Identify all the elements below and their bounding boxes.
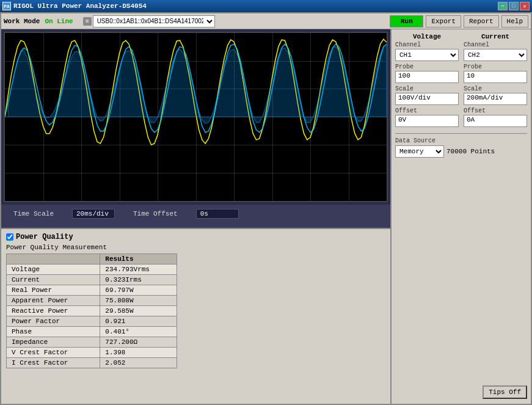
measurement-value: 234.793Vrms — [100, 264, 177, 274]
voltage-offset-value: 0V — [395, 115, 459, 127]
minimize-button[interactable]: – — [498, 2, 508, 10]
measurement-value: 727.200Ω — [100, 337, 177, 347]
measurement-value: 69.797W — [100, 285, 177, 295]
measurement-table: Results Voltage234.793VrmsCurrent0.323Ir… — [6, 254, 177, 368]
current-scale-value: 200mA/div — [464, 93, 527, 105]
current-probe-row: Probe 10 — [464, 64, 527, 83]
table-row: V Crest Factor1.398 — [7, 347, 177, 357]
channel-section: Voltage Channel CH1 CH2 CH3 CH4 Probe 10… — [395, 33, 527, 130]
points-label: 70000 Points — [446, 148, 495, 155]
window-controls: – □ ✕ — [498, 2, 530, 10]
measurement-label: I Crest Factor — [7, 357, 100, 368]
voltage-channel-select[interactable]: CH1 CH2 CH3 CH4 — [395, 49, 459, 61]
toolbar-buttons: Run Export Report Help — [390, 15, 528, 27]
online-status: On Line — [45, 18, 73, 25]
run-button[interactable]: Run — [390, 15, 423, 27]
table-row: Current0.323Irms — [7, 274, 177, 285]
current-channel-select[interactable]: CH1 CH2 CH3 CH4 — [464, 49, 527, 61]
measurement-value: 0.323Irms — [100, 274, 177, 285]
current-offset-row: Offset 0A — [464, 108, 527, 127]
voltage-probe-value: 100 — [395, 71, 459, 83]
current-channel-label: Channel — [464, 42, 527, 48]
help-button[interactable]: Help — [501, 15, 528, 27]
table-row: Power Factor0.921 — [7, 316, 177, 326]
export-button[interactable]: Export — [426, 15, 461, 27]
table-header-results: Results — [100, 254, 177, 264]
voltage-scale-label: Scale — [395, 86, 459, 92]
data-source-select[interactable]: Memory Screen — [395, 145, 444, 158]
current-title: Current — [464, 33, 527, 40]
power-quality-subtitle: Power Quality Measurement — [6, 244, 385, 251]
measurement-label: Voltage — [7, 264, 100, 274]
time-scale-value: 20ms/div — [72, 209, 115, 219]
measurement-label: Reactive Power — [7, 305, 100, 316]
voltage-group: Voltage Channel CH1 CH2 CH3 CH4 Probe 10… — [395, 33, 459, 130]
close-button[interactable]: ✕ — [520, 2, 530, 10]
measurement-label: Real Power — [7, 285, 100, 295]
table-row: Phase0.401° — [7, 326, 177, 337]
scope-panel: Time Scale 20ms/div Time Offset 0s Power… — [1, 29, 390, 404]
data-source-row: Memory Screen 70000 Points — [395, 145, 527, 158]
usb-icon: ⊞ — [83, 17, 92, 26]
current-offset-label: Offset — [464, 108, 527, 114]
measurement-value: 2.052 — [100, 357, 177, 368]
usb-container: ⊞ USB0::0x1AB1::0x04B1::DS4A141700291::I… — [83, 15, 215, 27]
app-icon: PA — [2, 2, 11, 10]
report-button[interactable]: Report — [464, 15, 499, 27]
table-row: I Crest Factor2.052 — [7, 357, 177, 368]
table-row: Voltage234.793Vrms — [7, 264, 177, 274]
measurement-label: Current — [7, 274, 100, 285]
voltage-scale-value: 100V/div — [395, 93, 459, 105]
measurement-value: 0.921 — [100, 316, 177, 326]
voltage-probe-row: Probe 100 — [395, 64, 459, 83]
mid-separator — [1, 223, 390, 228]
table-row: Apparent Power75.808W — [7, 295, 177, 305]
scope-controls-bar: Time Scale 20ms/div Time Offset 0s — [1, 205, 390, 223]
toolbar: Work Mode On Line ⊞ USB0::0x1AB1::0x04B1… — [1, 13, 531, 29]
power-quality-checkbox[interactable] — [6, 233, 13, 241]
current-offset-value: 0A — [464, 115, 527, 127]
time-offset-label: Time Offset — [133, 210, 178, 217]
measurement-value: 1.398 — [100, 347, 177, 357]
measurement-label: Phase — [7, 326, 100, 337]
current-scale-row: Scale 200mA/div — [464, 86, 527, 105]
measurement-label: Apparent Power — [7, 295, 100, 305]
measurement-label: Power Factor — [7, 316, 100, 326]
divider — [395, 133, 527, 134]
voltage-scale-row: Scale 100V/div — [395, 86, 459, 105]
voltage-offset-row: Offset 0V — [395, 108, 459, 127]
measurement-label: V Crest Factor — [7, 347, 100, 357]
maximize-button[interactable]: □ — [509, 2, 519, 10]
scope-screen — [4, 32, 388, 202]
table-row: Reactive Power29.585W — [7, 305, 177, 316]
current-probe-label: Probe — [464, 64, 527, 70]
content-area: Time Scale 20ms/div Time Offset 0s Power… — [1, 29, 531, 404]
work-mode-label: Work Mode — [4, 18, 40, 25]
main-window: Work Mode On Line ⊞ USB0::0x1AB1::0x04B1… — [0, 12, 532, 405]
power-quality-header: Power Quality — [6, 233, 385, 241]
time-scale-label: Time Scale — [13, 210, 54, 217]
measurement-value: 29.585W — [100, 305, 177, 316]
right-panel: Voltage Channel CH1 CH2 CH3 CH4 Probe 10… — [390, 29, 531, 404]
tips-off-button[interactable]: Tips Off — [483, 385, 527, 399]
data-source-label: Data Source — [395, 137, 527, 144]
usb-select[interactable]: USB0::0x1AB1::0x04B1::DS4A141700291::INS… — [93, 15, 215, 27]
bottom-panel: Power Quality Power Quality Measurement … — [1, 228, 390, 404]
current-probe-value: 10 — [464, 71, 527, 83]
table-row: Real Power69.797W — [7, 285, 177, 295]
measurement-label: Impedance — [7, 337, 100, 347]
voltage-title: Voltage — [395, 33, 459, 40]
power-quality-title: Power Quality — [16, 233, 73, 241]
voltage-probe-label: Probe — [395, 64, 459, 70]
time-offset-value: 0s — [196, 209, 239, 219]
app-title: RIGOL Ultra Power Analyzer-DS4054 — [13, 2, 147, 10]
current-group: Current Channel CH1 CH2 CH3 CH4 Probe 10 — [464, 33, 527, 130]
table-row: Impedance727.200Ω — [7, 337, 177, 347]
data-source-row-container: Data Source Memory Screen 70000 Points — [395, 137, 527, 158]
current-scale-label: Scale — [464, 86, 527, 92]
voltage-channel-label: Channel — [395, 42, 459, 48]
title-bar: PA RIGOL Ultra Power Analyzer-DS4054 – □… — [0, 0, 532, 12]
voltage-channel-row: Channel CH1 CH2 CH3 CH4 — [395, 42, 459, 61]
measurement-value: 75.808W — [100, 295, 177, 305]
waveform-display — [5, 33, 387, 201]
